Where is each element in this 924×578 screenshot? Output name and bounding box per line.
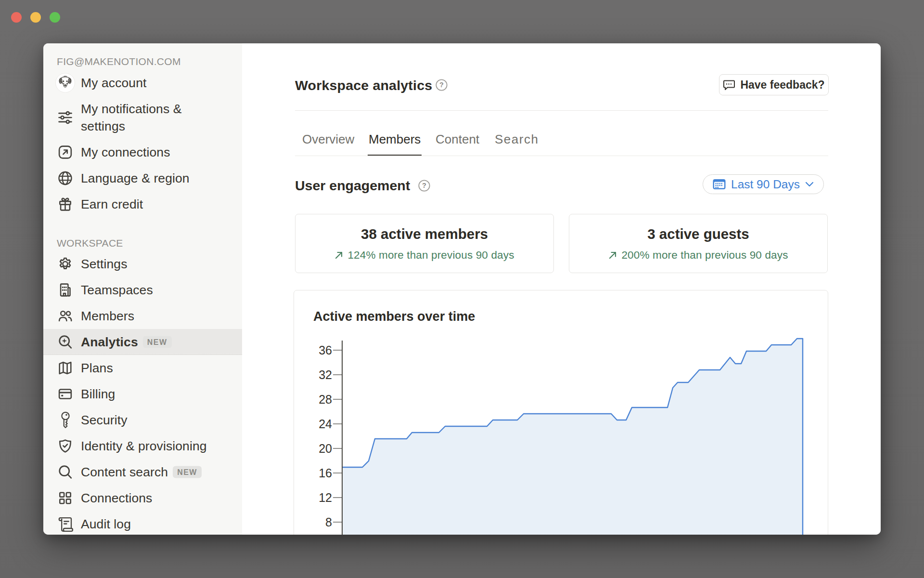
svg-text:?: ? [422,182,426,189]
svg-text:?: ? [439,81,444,89]
